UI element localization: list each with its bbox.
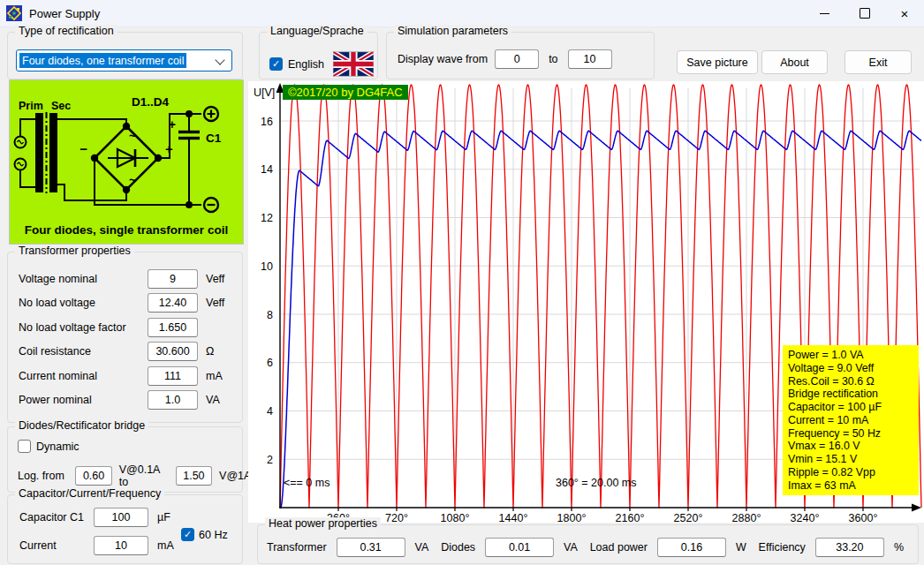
log-mid-label: V@0.1A to — [119, 463, 169, 488]
property-value-input[interactable]: 30.600 — [148, 342, 198, 361]
bridge-rectifier-symbol — [92, 124, 161, 192]
save-picture-label: Save picture — [686, 56, 747, 69]
heat-field-value: 0.16 — [681, 541, 702, 554]
info-box-line: Frequency = 50 Hz — [788, 427, 913, 441]
diode-icon — [108, 149, 148, 167]
property-unit: Veff — [206, 273, 224, 285]
capacitor-plus-label: + — [169, 117, 176, 132]
capacitor-group: Capacitor/Current/Frequency Capacitor C1… — [7, 494, 243, 564]
check-icon: ✓ — [184, 530, 192, 539]
wire — [95, 158, 201, 205]
capacitor-label: C1 — [206, 132, 222, 145]
heat-field: Load power0.16W — [590, 538, 746, 557]
language-group: Language/Sprache ✓ English — [259, 32, 378, 79]
info-box-line: Vmax = 16.0 V — [788, 440, 913, 453]
transformer-properties-label: Transformer properties — [15, 245, 134, 257]
log-from-input[interactable]: 0.60 — [75, 466, 111, 486]
exit-button[interactable]: Exit — [844, 50, 912, 74]
wave-to-input[interactable]: 10 — [568, 49, 612, 69]
bridge-minus-label: − — [80, 141, 87, 156]
current-value: 10 — [115, 539, 127, 552]
property-unit: Ω — [206, 345, 214, 358]
heat-field-label: Diodes — [441, 541, 475, 554]
maximize-button[interactable] — [844, 0, 885, 26]
x-tick-label: 2880° — [732, 512, 761, 523]
heat-field-label: Load power — [590, 541, 648, 554]
heat-field-unit: VA — [415, 541, 429, 554]
heat-field-label: Transformer — [267, 541, 327, 554]
property-unit: Veff — [206, 297, 224, 309]
copyright-badge: ©2017/20 by DG4FAC — [283, 85, 408, 100]
positive-terminal-icon — [204, 107, 218, 121]
property-unit: mA — [206, 370, 223, 382]
rectification-group: Type of rectification Four diodes, one t… — [7, 32, 243, 79]
wave-from-input[interactable]: 0 — [495, 49, 539, 69]
heat-field: Diodes0.01VA — [441, 538, 578, 557]
ac-source-icon — [15, 119, 37, 187]
current-input[interactable]: 10 — [94, 536, 148, 555]
about-button[interactable]: About — [761, 50, 828, 74]
wave-from-value: 0 — [514, 53, 520, 65]
heat-field-unit: % — [894, 541, 904, 554]
heat-field-input[interactable]: 0.31 — [337, 538, 405, 557]
info-box-line: Bridge rectification — [788, 388, 913, 401]
info-box-line: Power = 1.0 VA — [788, 349, 913, 362]
info-box-line: Ripple = 0.82 Vpp — [788, 466, 913, 479]
property-value: 1.0 — [165, 394, 180, 406]
property-value-input[interactable]: 1.0 — [148, 390, 198, 410]
diodes-bridge-group: Diodes/Rectificator bridge Dynamic Log. … — [7, 426, 243, 493]
close-button[interactable]: × — [885, 0, 924, 26]
minimize-icon — [820, 13, 829, 14]
ac-mark-top: ~ — [129, 129, 136, 143]
transformer-properties-group: Transformer properties Voltage nominal9V… — [7, 252, 243, 423]
freq-60hz-checkbox[interactable]: ✓ — [181, 528, 194, 541]
rectification-select[interactable]: Four diodes, one transformer coil — [16, 49, 232, 72]
property-row: No load voltage factor1.650 — [19, 315, 235, 340]
transformer-properties-rows: Voltage nominal9VeffNo load voltage12.40… — [19, 267, 235, 412]
heat-field-value: 0.31 — [360, 541, 381, 554]
dynamic-checkbox[interactable] — [18, 440, 31, 453]
heat-field-value: 0.01 — [509, 541, 530, 554]
heat-field-input[interactable]: 0.01 — [485, 538, 554, 557]
heat-power-row: Transformer0.31VADiodes0.01VALoad power0… — [267, 536, 904, 559]
heat-field-input[interactable]: 0.16 — [657, 538, 726, 557]
power-supply-window: Power Supply × Type of rectification Fou… — [0, 0, 924, 565]
language-group-label: Language/Sprache — [267, 25, 367, 37]
property-row: Voltage nominal9Veff — [19, 267, 235, 291]
x-tick-label: 1440° — [499, 512, 528, 523]
y-axis-title: U[V] — [254, 87, 275, 99]
maximize-icon — [860, 8, 870, 19]
x-tick-label: 3240° — [791, 512, 820, 523]
capacitor-input[interactable]: 100 — [94, 508, 148, 527]
property-value-input[interactable]: 12.40 — [148, 293, 198, 313]
heat-field: Efficiency33.20% — [759, 538, 904, 557]
simulation-group: Simulation parameters Display wave from … — [386, 32, 655, 79]
window-controls: × — [804, 0, 924, 26]
y-tick-label: 4 — [267, 405, 273, 418]
x-tick-label: 1080° — [441, 512, 470, 523]
chevron-down-icon — [215, 55, 224, 64]
property-value-input[interactable]: 1.650 — [148, 318, 198, 337]
save-picture-button[interactable]: Save picture — [677, 50, 758, 74]
english-checkbox-label: English — [288, 58, 324, 71]
minimize-button[interactable] — [804, 0, 844, 26]
property-row: No load voltage12.40Veff — [19, 291, 235, 316]
property-row: Current nominal111mA — [19, 364, 235, 388]
property-label: No load voltage — [19, 297, 148, 309]
property-value-input[interactable]: 9 — [148, 269, 198, 289]
bridge-plus-label: + — [165, 141, 173, 156]
property-unit: VA — [206, 394, 220, 406]
heat-field-input[interactable]: 33.20 — [815, 538, 884, 557]
wire — [57, 119, 126, 126]
english-checkbox[interactable]: ✓ — [269, 57, 283, 71]
bridge-rectifier-schematic: Prim Sec D1..D4 ~ ~ − + + C1 — [10, 80, 243, 215]
y-tick-label: 10 — [261, 260, 273, 273]
prim-label: Prim — [19, 100, 43, 112]
log-end-label: V@1A — [219, 470, 251, 482]
freq-60hz-label: 60 Hz — [199, 529, 228, 541]
negative-terminal-icon — [204, 198, 218, 212]
property-value-input[interactable]: 111 — [148, 366, 198, 386]
info-box-line: Capacitor = 100 µF — [788, 401, 913, 414]
property-label: Coil resistance — [19, 345, 148, 358]
log-to-input[interactable]: 1.50 — [176, 466, 212, 486]
